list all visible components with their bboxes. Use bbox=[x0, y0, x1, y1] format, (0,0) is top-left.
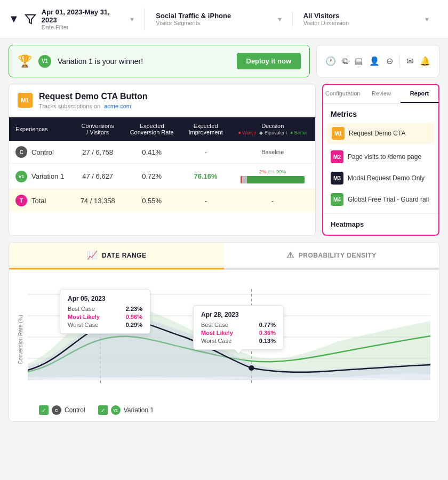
exp-table: Experiences Conversions/ Visitors Expect… bbox=[9, 117, 315, 212]
control-improvement: - bbox=[181, 141, 230, 164]
m2-metric-label: Page visits to /demo page bbox=[348, 153, 421, 161]
date-filter-label: Apr 01, 2023-May 31, 2023 bbox=[42, 8, 125, 24]
m3-metric-label: Modal Request Demo Only bbox=[348, 174, 425, 182]
m3-metric-badge: M3 bbox=[331, 172, 343, 185]
y-axis-label: Conversion Rate (%) bbox=[18, 278, 23, 401]
chart-area: 📈 DATE RANGE ⚠ PROBABILITY DENSITY Conve… bbox=[9, 242, 439, 422]
heatmaps-link[interactable]: Heatmaps bbox=[323, 213, 438, 235]
svg-point-8 bbox=[249, 365, 254, 371]
tooltip2-best-val: 0.77% bbox=[259, 322, 276, 328]
table-row-total: T Total 74 / 13,358 0.55% - - bbox=[9, 189, 315, 212]
total-name: Total bbox=[31, 197, 46, 205]
chevron-segment: ▾ bbox=[278, 15, 282, 23]
bell-icon[interactable]: 🔔 bbox=[420, 56, 430, 66]
v1-name: Variation 1 bbox=[31, 172, 64, 180]
date-filter-sub: Date Filter bbox=[42, 24, 125, 30]
warning-icon: ⚠ bbox=[286, 250, 294, 260]
clock-icon[interactable]: 🕐 bbox=[325, 56, 336, 66]
user-icon[interactable]: 👤 bbox=[369, 56, 380, 66]
tab-probability-density[interactable]: ⚠ PROBABILITY DENSITY bbox=[224, 243, 439, 269]
col-conversions: Conversions/ Visitors bbox=[73, 117, 123, 141]
metric-item-m2[interactable]: M2 Page visits to /demo page bbox=[323, 146, 438, 167]
date-range-tab-label: DATE RANGE bbox=[102, 252, 146, 259]
total-decision: - bbox=[230, 189, 315, 212]
m1-metric-badge: M1 bbox=[332, 127, 345, 140]
tooltip1-likely-label: Most Likely bbox=[68, 314, 100, 320]
layers-icon[interactable]: ▤ bbox=[355, 56, 363, 66]
filter-icon: ▼ bbox=[9, 13, 19, 25]
col-experiences: Experiences bbox=[9, 117, 73, 141]
total-badge: T bbox=[15, 195, 27, 206]
winner-area: 🏆 V1 Variation 1 is your winner! Deploy … bbox=[0, 38, 448, 84]
m4-metric-badge: M4 bbox=[331, 193, 343, 206]
v1-decision: 2% 8% 90% bbox=[230, 164, 315, 189]
probability-tab-label: PROBABILITY DENSITY bbox=[299, 252, 377, 259]
total-rate: 0.55% bbox=[123, 189, 181, 212]
v1-badge-table: V1 bbox=[15, 171, 27, 182]
tooltip1-worst-label: Worst Case bbox=[68, 322, 98, 328]
chevron-date: ▾ bbox=[130, 15, 134, 23]
bar-equiv bbox=[242, 176, 247, 183]
m1-badge: M1 bbox=[18, 93, 33, 108]
metric-item-m3[interactable]: M3 Modal Request Demo Only bbox=[323, 167, 438, 189]
col-expected-rate: ExpectedConversion Rate bbox=[123, 117, 181, 141]
col-decision: Decision ● Worse ◆ Equivalent ● Better bbox=[230, 117, 315, 141]
segment-label: Social Traffic & iPhone bbox=[156, 12, 231, 20]
total-conversions: 74 / 13,358 bbox=[73, 189, 123, 212]
tooltip1-date: Apr 05, 2023 bbox=[68, 295, 142, 302]
tooltip2-likely-val: 0.36% bbox=[259, 330, 276, 336]
m1-metric-label: Request Demo CTA bbox=[349, 130, 405, 137]
v1-improvement: 76.16% bbox=[181, 164, 230, 189]
chart-body: Conversion Rate (%) bbox=[9, 270, 439, 421]
rp-section-title: Metrics bbox=[323, 103, 438, 123]
tab-date-range[interactable]: 📈 DATE RANGE bbox=[9, 243, 224, 269]
tab-report[interactable]: Report bbox=[401, 85, 438, 103]
main-area: M1 Request Demo CTA Button Tracks subscr… bbox=[0, 84, 448, 242]
chart-tabs: 📈 DATE RANGE ⚠ PROBABILITY DENSITY bbox=[9, 243, 439, 270]
segment-sub: Visitor Segments bbox=[156, 20, 231, 26]
dimension-label: All Visitors bbox=[303, 12, 349, 20]
m4-metric-label: Global Free Trial - Guard rail bbox=[348, 196, 429, 203]
tooltip-apr05: Apr 05, 2023 Best Case 2.23% Most Likely… bbox=[60, 289, 150, 334]
segment-section[interactable]: Social Traffic & iPhone Visitor Segments… bbox=[145, 12, 292, 26]
legend-variation-label: Variation 1 bbox=[124, 406, 154, 414]
tooltip2-worst-val: 0.13% bbox=[259, 338, 276, 344]
winner-banner: 🏆 V1 Variation 1 is your winner! Deploy … bbox=[9, 45, 310, 77]
svg-marker-0 bbox=[26, 14, 35, 23]
tooltip1-best-label: Best Case bbox=[68, 306, 95, 312]
chevron-dimension: ▾ bbox=[425, 15, 429, 23]
tab-configuration[interactable]: Configuration bbox=[323, 85, 362, 103]
tab-review[interactable]: Review bbox=[362, 85, 400, 103]
exp-header: M1 Request Demo CTA Button Tracks subscr… bbox=[9, 84, 315, 117]
v1-rate: 0.72% bbox=[123, 164, 181, 189]
left-panel: M1 Request Demo CTA Button Tracks subscr… bbox=[9, 84, 316, 236]
copy-icon[interactable]: ⧉ bbox=[342, 57, 348, 66]
tooltip1-worst-val: 0.29% bbox=[126, 322, 142, 328]
control-conversions: 27 / 6,758 bbox=[73, 141, 123, 164]
tooltip2-likely-label: Most Likely bbox=[201, 330, 233, 336]
dimension-sub: Visitor Dimension bbox=[303, 20, 349, 26]
rp-tabs: Configuration Review Report bbox=[323, 85, 438, 103]
tooltip1-likely-val: 0.96% bbox=[126, 314, 142, 320]
minus-icon[interactable]: ⊝ bbox=[386, 56, 393, 66]
m2-metric-badge: M2 bbox=[331, 150, 343, 163]
dimension-section[interactable]: All Visitors Visitor Dimension ▾ bbox=[293, 12, 439, 26]
mail-icon[interactable]: ✉ bbox=[406, 56, 413, 66]
funnel-icon bbox=[25, 13, 36, 25]
deploy-button[interactable]: Deploy it now bbox=[237, 53, 301, 69]
tooltip2-date: Apr 28, 2023 bbox=[201, 311, 276, 318]
v1-badge: V1 bbox=[38, 55, 51, 68]
right-panel: Configuration Review Report Metrics M1 R… bbox=[322, 84, 439, 236]
date-filter-section[interactable]: ▼ Apr 01, 2023-May 31, 2023 Date Filter … bbox=[9, 8, 145, 30]
legend-variation1: ✓ V1 Variation 1 bbox=[98, 405, 154, 415]
table-row-control: C Control 27 / 6,758 0.41% - Baseline bbox=[9, 141, 315, 164]
trophy-icon: 🏆 bbox=[18, 54, 32, 68]
metric-item-m1[interactable]: M1 Request Demo CTA bbox=[327, 123, 434, 144]
domain-link[interactable]: acme.com bbox=[104, 103, 131, 109]
control-rate: 0.41% bbox=[123, 141, 181, 164]
control-name: Control bbox=[31, 148, 54, 156]
exp-title: Request Demo CTA Button bbox=[39, 92, 148, 101]
table-row-variation1: V1 Variation 1 47 / 6,627 0.72% 76.16% 2… bbox=[9, 164, 315, 189]
tooltip2-worst-label: Worst Case bbox=[201, 338, 231, 344]
metric-item-m4[interactable]: M4 Global Free Trial - Guard rail bbox=[323, 189, 438, 210]
